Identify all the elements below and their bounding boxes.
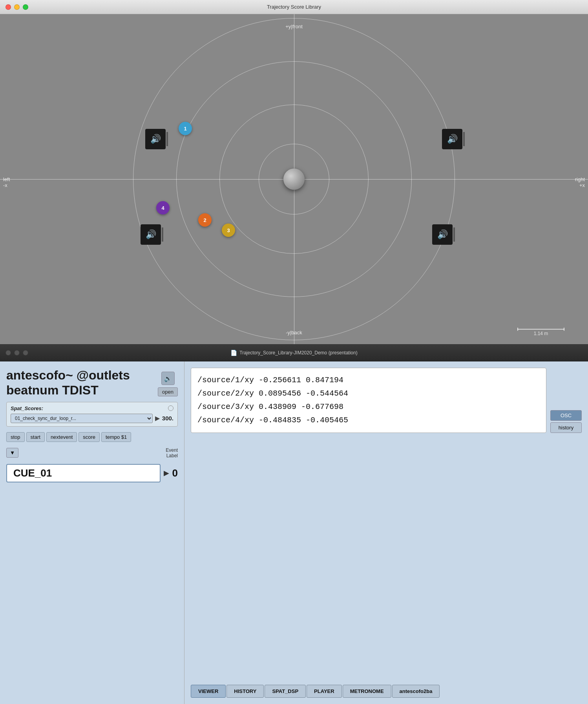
speaker-right: 🔊 xyxy=(442,129,462,149)
open-button[interactable]: open xyxy=(158,387,178,396)
cue-row: CUE_01 ▶ 0 xyxy=(6,464,178,482)
window-title: Trajectory Score Library xyxy=(267,4,321,10)
source-2[interactable]: 2 xyxy=(198,213,212,227)
osc-button[interactable]: OSC xyxy=(550,410,582,421)
listener-ball xyxy=(283,169,305,190)
speaker-bottom-right: 🔊 xyxy=(432,224,453,245)
minimize-button[interactable] xyxy=(14,4,20,10)
osc-line-1: /source/1/xy -0.256611 0.847194 xyxy=(197,374,540,387)
second-window-controls xyxy=(5,350,28,356)
osc-line-4: /source/4/xy -0.484835 -0.405465 xyxy=(197,414,540,427)
navigation-bar: VIEWER HISTORY SPAT_DSP PLAYER METRONOME… xyxy=(191,685,582,698)
event-label-row: ▼ EventLabel xyxy=(6,447,178,458)
nav-viewer-button[interactable]: VIEWER xyxy=(191,685,226,698)
second-close-button[interactable] xyxy=(5,350,11,356)
window-controls xyxy=(5,4,28,10)
spat-scores-label: Spat_Scores: xyxy=(11,405,43,411)
tempo-button[interactable]: tempo $1 xyxy=(101,432,131,442)
osc-and-buttons: /source/1/xy -0.256611 0.847194 /source/… xyxy=(191,368,582,433)
osc-button-column: OSC history xyxy=(550,410,582,433)
second-maximize-button[interactable] xyxy=(23,350,28,356)
scale-bar: 1.14 m xyxy=(517,329,564,336)
speaker-bottom-right-icon: 🔊 xyxy=(437,229,448,240)
nav-antescofo2ba-button[interactable]: antescofo2ba xyxy=(392,685,440,698)
minus-y-label: -y|back xyxy=(286,330,302,336)
source-4[interactable]: 4 xyxy=(156,201,170,214)
bottom-panel: antescofo~ @outlets beatnum TDIST 🔈 open… xyxy=(0,361,588,704)
second-window-title: 📄 Trajectory_Score_Library-JIM2020_Demo … xyxy=(230,350,357,356)
plus-y-label: +y|front xyxy=(285,24,302,29)
plus-x-label: +x xyxy=(579,182,585,188)
nextevent-button[interactable]: nextevent xyxy=(46,432,77,442)
osc-line-3: /source/3/xy 0.438909 -0.677698 xyxy=(197,400,540,414)
speaker-toggle-button[interactable]: 🔈 xyxy=(161,372,175,385)
source-2-label: 2 xyxy=(203,217,206,223)
viewer-area: +y|front -y|back left right -x +x 🔊 🔊 🔊 … xyxy=(0,14,588,344)
speaker-left: 🔊 xyxy=(145,129,166,149)
osc-line-2: /source/2/xy 0.0895456 -0.544564 xyxy=(197,387,540,400)
event-label-text: EventLabel xyxy=(166,447,178,458)
nav-spat-dsp-button[interactable]: SPAT_DSP xyxy=(265,685,306,698)
gear-icon[interactable] xyxy=(5,19,13,28)
control-buttons: stop start nextevent score tempo $1 xyxy=(6,432,178,442)
nav-metronome-button[interactable]: METRONOME xyxy=(343,685,391,698)
title-line-1: antescofo~ @outlets xyxy=(6,368,130,382)
close-button[interactable] xyxy=(5,4,11,10)
history-button[interactable]: history xyxy=(550,422,582,433)
nav-history-button[interactable]: HISTORY xyxy=(226,685,264,698)
maximize-button[interactable] xyxy=(23,4,28,10)
second-window-title-text: Trajectory_Score_Library-JIM2020_Demo (p… xyxy=(239,350,357,356)
left-label: left xyxy=(3,176,10,182)
source-1-label: 1 xyxy=(184,126,186,132)
second-titlebar: 📄 Trajectory_Score_Library-JIM2020_Demo … xyxy=(0,344,588,361)
score-dropdown[interactable]: 01_check_sync_dur_loop_r... xyxy=(11,414,153,423)
stop-button[interactable]: stop xyxy=(6,432,25,442)
nav-player-button[interactable]: PLAYER xyxy=(307,685,342,698)
source-1[interactable]: 1 xyxy=(179,122,192,135)
scale-label: 1.14 m xyxy=(534,331,548,336)
right-label: right xyxy=(575,176,585,182)
second-minimize-button[interactable] xyxy=(14,350,20,356)
source-3[interactable]: 3 xyxy=(222,224,235,237)
event-dropdown-button[interactable]: ▼ xyxy=(6,448,18,458)
minus-x-label: -x xyxy=(3,182,7,188)
antescofo-title: antescofo~ @outlets beatnum TDIST xyxy=(6,368,130,398)
scale-line xyxy=(517,329,564,330)
right-panel: /source/1/xy -0.256611 0.847194 /source/… xyxy=(184,361,588,704)
titlebar: Trajectory Score Library xyxy=(0,0,588,14)
dropdown-row: 01_check_sync_dur_loop_r... ▶ 300. xyxy=(11,414,173,423)
left-panel: antescofo~ @outlets beatnum TDIST 🔈 open… xyxy=(0,361,184,704)
cue-display: CUE_01 xyxy=(6,464,161,482)
speaker-right-icon: 🔊 xyxy=(447,134,458,144)
spat-scores-header: Spat_Scores: xyxy=(11,405,173,411)
title-row: antescofo~ @outlets beatnum TDIST 🔈 open xyxy=(6,368,178,398)
source-3-label: 3 xyxy=(227,227,230,233)
osc-output-box: /source/1/xy -0.256611 0.847194 /source/… xyxy=(191,368,546,433)
source-4-label: 4 xyxy=(161,205,164,211)
antescofo-title-text: antescofo~ @outlets beatnum TDIST xyxy=(6,368,130,398)
speaker-bottom-left-icon: 🔊 xyxy=(146,229,156,240)
cue-number: 0 xyxy=(172,467,178,479)
score-button[interactable]: score xyxy=(79,432,100,442)
speaker-bottom-left: 🔊 xyxy=(141,224,161,245)
status-indicator xyxy=(168,405,173,411)
spat-scores-box: Spat_Scores: 01_check_sync_dur_loop_r...… xyxy=(6,402,178,427)
cue-play-arrow[interactable]: ▶ xyxy=(164,469,169,477)
title-line-2: beatnum TDIST xyxy=(6,383,99,397)
score-value: 300. xyxy=(162,415,173,422)
speaker-toggle-icon: 🔈 xyxy=(164,375,172,382)
play-triangle[interactable]: ▶ xyxy=(155,414,160,422)
start-button[interactable]: start xyxy=(26,432,45,442)
speaker-left-icon: 🔊 xyxy=(150,134,161,144)
